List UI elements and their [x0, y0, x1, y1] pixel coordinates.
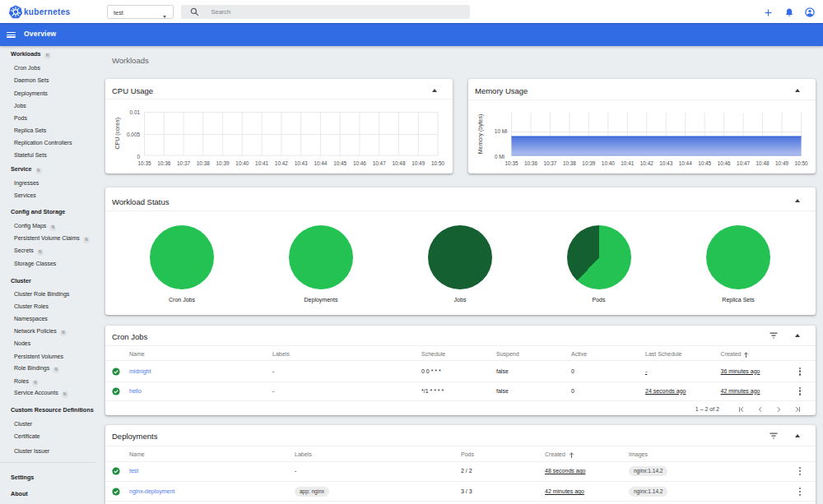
svg-text:10:43: 10:43: [659, 160, 672, 166]
svg-text:10:39: 10:39: [582, 160, 595, 166]
svg-text:10:47: 10:47: [373, 160, 386, 166]
svg-text:0.005: 0.005: [127, 132, 140, 137]
svg-text:10:40: 10:40: [235, 160, 249, 166]
svg-text:10:39: 10:39: [216, 160, 230, 166]
svg-text:10:35: 10:35: [505, 160, 518, 166]
svg-text:10 Mi: 10 Mi: [495, 128, 508, 134]
svg-text:10:46: 10:46: [353, 160, 366, 166]
svg-text:10:38: 10:38: [197, 160, 210, 166]
svg-text:10:41: 10:41: [255, 160, 268, 166]
svg-text:10:47: 10:47: [737, 160, 750, 166]
svg-text:Memory (bytes): Memory (bytes): [477, 114, 484, 155]
svg-text:10:45: 10:45: [698, 160, 711, 166]
svg-text:0 Mi: 0 Mi: [495, 154, 504, 160]
svg-text:10:37: 10:37: [543, 160, 556, 166]
svg-text:10:49: 10:49: [412, 160, 425, 166]
svg-text:10:45: 10:45: [333, 160, 346, 166]
svg-text:10:42: 10:42: [640, 160, 653, 166]
svg-text:10:44: 10:44: [314, 160, 327, 166]
svg-text:10:36: 10:36: [157, 160, 170, 166]
svg-text:10:36: 10:36: [524, 160, 537, 166]
svg-text:10:43: 10:43: [295, 160, 308, 166]
svg-text:10:50: 10:50: [795, 160, 808, 166]
svg-text:10:42: 10:42: [275, 160, 288, 166]
svg-text:10:50: 10:50: [431, 160, 444, 166]
svg-text:10:46: 10:46: [718, 160, 731, 166]
svg-text:10:40: 10:40: [602, 160, 615, 166]
svg-text:10:49: 10:49: [775, 160, 788, 166]
svg-text:10:44: 10:44: [679, 160, 692, 166]
svg-text:10:48: 10:48: [756, 160, 770, 166]
svg-text:0.01: 0.01: [130, 109, 141, 115]
svg-text:CPU (cores): CPU (cores): [114, 118, 121, 150]
svg-text:10:48: 10:48: [392, 160, 405, 166]
svg-text:10:41: 10:41: [621, 160, 634, 166]
svg-text:10:38: 10:38: [563, 160, 576, 166]
svg-text:0: 0: [137, 154, 140, 160]
svg-text:10:35: 10:35: [138, 160, 151, 166]
svg-text:10:37: 10:37: [177, 160, 190, 166]
